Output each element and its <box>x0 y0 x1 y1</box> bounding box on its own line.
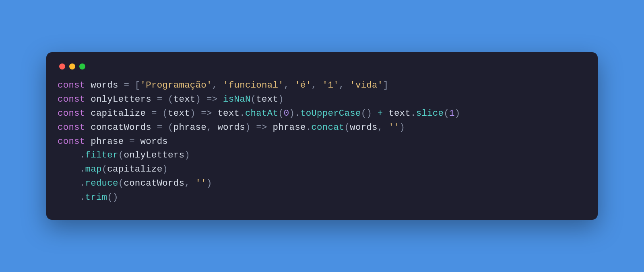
argument: concatWords <box>124 178 184 188</box>
identifier: phrase <box>272 122 305 133</box>
paren-open: ( <box>345 122 350 133</box>
comma: , <box>378 122 388 133</box>
indent <box>58 150 80 160</box>
string-literal: '1' <box>322 80 339 90</box>
function-call: isNaN <box>223 94 251 104</box>
comma: , <box>206 122 217 133</box>
paren-open: ( <box>278 108 284 119</box>
dot: . <box>80 150 85 160</box>
param: text <box>173 94 196 104</box>
paren-close: ) <box>190 108 201 119</box>
identifier: capitalize <box>85 108 151 119</box>
equals: = <box>129 136 140 147</box>
string-literal: '' <box>388 122 399 133</box>
code-line-9: .trim() <box>58 190 586 205</box>
paren-open: ( <box>361 108 367 119</box>
keyword-const: const <box>58 122 85 133</box>
paren-close: ) <box>196 94 206 104</box>
method-call: concat <box>311 122 344 133</box>
method-call: slice <box>416 108 444 119</box>
space <box>267 122 273 133</box>
method-call: toUpperCase <box>300 108 361 119</box>
comma: , <box>284 80 295 90</box>
code-line-7: .map(capitalize) <box>58 162 586 176</box>
paren-close: ) <box>289 108 295 119</box>
indent <box>58 164 80 174</box>
maximize-icon[interactable] <box>79 63 85 70</box>
comma: , <box>311 80 322 90</box>
paren-open: ( <box>107 192 113 202</box>
argument: capitalize <box>107 164 162 174</box>
paren-open: ( <box>251 94 256 104</box>
dot: . <box>295 108 300 119</box>
param: phrase <box>173 122 206 133</box>
identifier: phrase <box>85 136 130 147</box>
code-line-8: .reduce(concatWords, '') <box>58 176 586 190</box>
code-line-6: .filter(onlyLetters) <box>58 148 586 162</box>
indent <box>58 178 80 188</box>
dot: . <box>411 108 416 119</box>
keyword-const: const <box>58 94 85 104</box>
paren-close: ) <box>455 108 460 119</box>
equals: = <box>157 94 168 104</box>
identifier: words <box>140 136 168 147</box>
close-icon[interactable] <box>59 63 65 70</box>
equals: = <box>157 122 168 133</box>
argument: onlyLetters <box>124 150 184 160</box>
dot: . <box>80 178 85 188</box>
paren-open: ( <box>162 108 168 119</box>
code-line-1: const words = ['Programação', 'funcional… <box>58 78 586 92</box>
arrow: => <box>201 108 212 119</box>
keyword-const: const <box>58 136 85 147</box>
method-call: reduce <box>85 178 118 188</box>
code-block: const words = ['Programação', 'funcional… <box>58 78 586 205</box>
paren-close: ) <box>206 178 212 188</box>
dot: . <box>306 122 312 133</box>
argument: text <box>256 94 278 104</box>
code-line-5: const phrase = words <box>58 135 586 149</box>
keyword-const: const <box>58 80 85 90</box>
bracket-open: [ <box>135 80 140 90</box>
code-line-3: const capitalize = (text) => text.chatAt… <box>58 106 586 121</box>
identifier: onlyLetters <box>85 94 157 104</box>
bracket-close: ] <box>383 80 388 90</box>
paren-open: ( <box>168 122 173 133</box>
param: words <box>217 122 245 133</box>
string-literal: 'funcional' <box>223 80 284 90</box>
equals: = <box>151 108 162 119</box>
string-literal: 'vida' <box>350 80 383 90</box>
method-call: trim <box>85 192 107 202</box>
plus-operator: + <box>372 108 388 119</box>
param: text <box>168 108 190 119</box>
equals: = <box>124 80 134 90</box>
comma: , <box>339 80 350 90</box>
dot: . <box>239 108 245 119</box>
string-literal: 'Programação' <box>140 80 212 90</box>
comma: , <box>212 80 223 90</box>
argument: words <box>350 122 378 133</box>
space <box>212 108 218 119</box>
paren-close: ) <box>245 122 256 133</box>
code-window: const words = ['Programação', 'funcional… <box>46 52 598 220</box>
number-literal: 1 <box>449 108 455 119</box>
string-literal: 'é' <box>295 80 311 90</box>
indent <box>58 192 80 202</box>
method-call: chatAt <box>245 108 278 119</box>
identifier: concatWords <box>85 122 157 133</box>
code-line-2: const onlyLetters = (text) => isNaN(text… <box>58 92 586 106</box>
identifier: text <box>217 108 239 119</box>
window-titlebar <box>58 62 586 78</box>
method-call: filter <box>85 150 118 160</box>
dot: . <box>80 192 85 202</box>
paren-close: ) <box>184 150 190 160</box>
arrow: => <box>206 94 217 104</box>
identifier: text <box>388 108 411 119</box>
code-line-4: const concatWords = (phrase, words) => p… <box>58 121 586 135</box>
paren-close: ) <box>162 164 168 174</box>
arrow: => <box>256 122 267 133</box>
paren-open: ( <box>444 108 449 119</box>
minimize-icon[interactable] <box>69 63 75 70</box>
comma: , <box>184 178 195 188</box>
paren-open: ( <box>168 94 173 104</box>
number-literal: 0 <box>284 108 289 119</box>
